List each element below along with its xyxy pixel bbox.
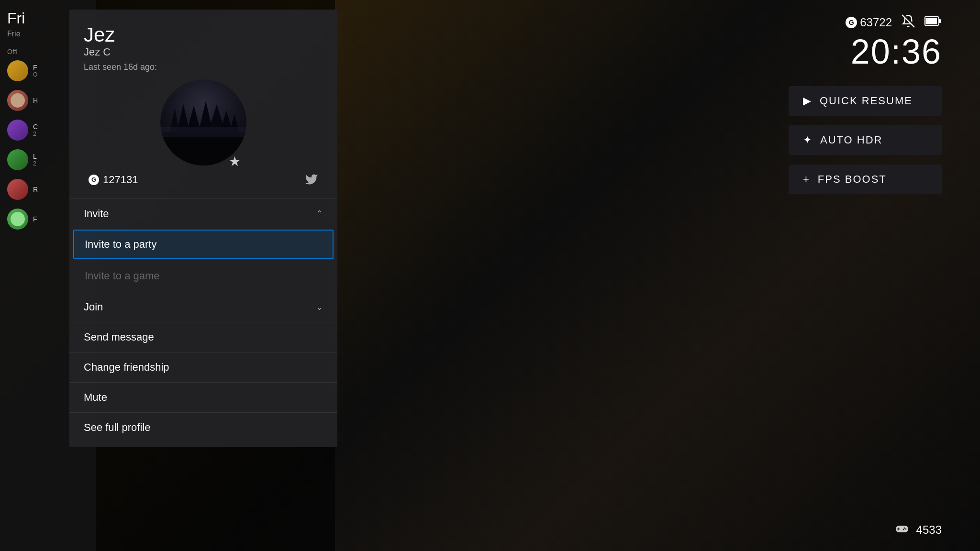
avatar-container: ★	[160, 79, 246, 165]
mute-item[interactable]: Mute	[69, 382, 337, 412]
svg-point-18	[905, 529, 906, 530]
controller-number: 4533	[916, 523, 942, 537]
profile-gamertag: Jez C	[84, 46, 323, 58]
avatar	[7, 209, 28, 230]
join-header[interactable]: Join ⌄	[69, 292, 337, 322]
avatar	[160, 79, 246, 165]
avatar-image	[160, 79, 246, 165]
svg-rect-9	[160, 127, 246, 137]
invite-header[interactable]: Invite ⌃	[69, 198, 337, 229]
see-full-profile-item[interactable]: See full profile	[69, 412, 337, 442]
chevron-down-icon: ⌄	[316, 302, 323, 312]
svg-point-19	[902, 529, 904, 530]
avatar	[7, 179, 28, 200]
avatar	[7, 120, 28, 141]
hud-clock: 20:36	[846, 34, 942, 69]
mute-icon	[902, 14, 915, 31]
svg-rect-13	[939, 19, 941, 23]
hud-top-right: G 63722 20:36	[846, 14, 942, 69]
svg-rect-16	[897, 529, 900, 529]
avatar	[7, 60, 28, 81]
change-friendship-item[interactable]: Change friendship	[69, 352, 337, 382]
auto-hdr-button[interactable]: ✦ AUTO HDR	[789, 125, 942, 155]
hud-bottom-right: 4533	[895, 523, 942, 537]
svg-rect-12	[925, 18, 937, 24]
hud-g-icon: G	[846, 17, 857, 28]
svg-point-17	[903, 528, 905, 529]
invite-to-game-item: Invite to a game	[69, 260, 337, 292]
play-icon: ▶	[803, 95, 812, 107]
avatar	[7, 149, 28, 170]
hud-stats: G 63722	[846, 14, 942, 31]
chevron-up-icon: ⌃	[316, 209, 323, 219]
invite-to-party-item[interactable]: Invite to a party	[73, 230, 334, 259]
profile-header: Jez Jez C Last seen 16d ago:	[69, 10, 337, 198]
right-panel: ▶ QUICK RESUME ✦ AUTO HDR + FPS BOOST	[789, 86, 942, 194]
plus-icon: +	[803, 173, 810, 186]
twitter-icon[interactable]	[305, 173, 318, 189]
controller-icon	[895, 523, 909, 537]
fps-boost-button[interactable]: + FPS BOOST	[789, 165, 942, 194]
quick-resume-button[interactable]: ▶ QUICK RESUME	[789, 86, 942, 116]
profile-last-seen: Last seen 16d ago:	[84, 62, 323, 72]
avatar-star: ★	[229, 154, 241, 169]
profile-card: Jez Jez C Last seen 16d ago:	[69, 10, 337, 447]
hud-gamerscore: G 63722	[846, 16, 892, 29]
menu-section: Invite ⌃ Invite to a party Invite to a g…	[69, 198, 337, 447]
avatar	[7, 90, 28, 111]
send-message-item[interactable]: Send message	[69, 322, 337, 352]
gamerscore-icon: G	[89, 175, 99, 185]
sun-icon: ✦	[803, 134, 813, 146]
profile-name: Jez	[84, 24, 323, 46]
profile-gamerscore: G 127131	[89, 174, 138, 186]
battery-icon	[924, 16, 942, 29]
svg-line-10	[902, 15, 914, 27]
